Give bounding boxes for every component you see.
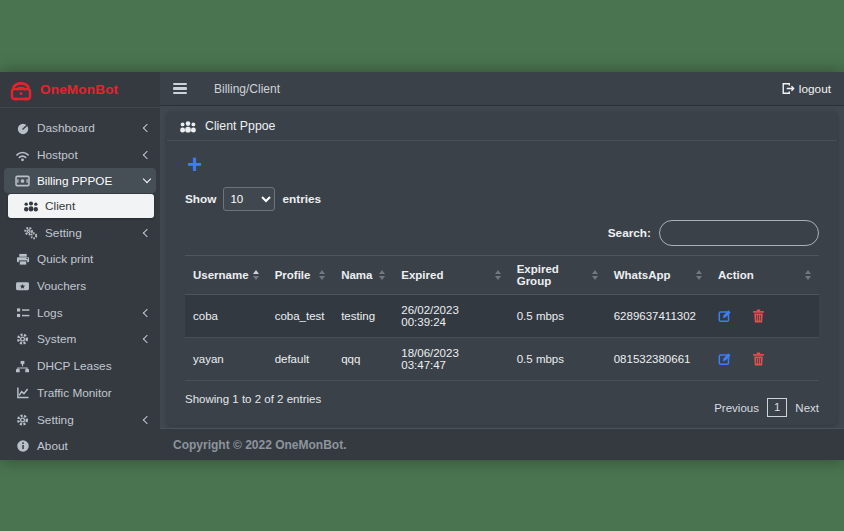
system-gear-icon [14, 332, 31, 347]
column-header-expired[interactable]: Expired [393, 256, 508, 295]
page-length-control: Show 10 entries [185, 187, 819, 211]
search-control: Search: [185, 220, 819, 246]
gears-icon [22, 225, 39, 240]
sidebar-item-logs[interactable]: Logs [0, 299, 160, 326]
top-navbar: Billing/Client logout [160, 72, 844, 106]
show-label: Show [185, 192, 216, 206]
trash-icon[interactable] [752, 309, 765, 323]
sidebar-item-setting[interactable]: Setting [0, 406, 160, 433]
sidebar-item-system[interactable]: System [0, 326, 160, 353]
wifi-icon [14, 148, 31, 163]
chevron-left-icon [143, 309, 151, 317]
main-area: Billing/Client logout Client Pppoe + [160, 72, 844, 460]
table-footer: Showing 1 to 2 of 2 entries Previous 1 N… [185, 393, 819, 417]
client-pppoe-card: Client Pppoe + Show 10 entries Search: [167, 112, 837, 425]
sidebar-item-label: Hostpot [37, 148, 78, 162]
desktop: { "brand": { "title": "OneMonBot" }, "na… [0, 0, 844, 531]
table-header-row: Username Profile Nama [185, 256, 819, 295]
edit-icon[interactable] [718, 309, 732, 323]
sidebar-item-label: Vouchers [37, 279, 86, 293]
previous-page-button[interactable]: Previous [714, 402, 759, 414]
billing-icon [14, 173, 31, 188]
logs-icon [14, 305, 31, 320]
add-client-button[interactable]: + [187, 153, 207, 175]
search-label: Search: [608, 226, 651, 240]
sort-icon [379, 270, 385, 280]
sort-icon [592, 270, 598, 280]
sidebar-item-billing-pppoe[interactable]: Billing PPPOE [4, 168, 156, 193]
column-header-profile[interactable]: Profile [267, 256, 334, 295]
printer-icon [14, 252, 31, 267]
sidebar: OneMonBot Dashboard Hostpot [0, 72, 160, 460]
column-header-username[interactable]: Username [185, 256, 267, 295]
users-icon [22, 199, 39, 214]
cell-expired-group: 0.5 mbps [509, 338, 606, 381]
hamburger-menu-icon[interactable] [173, 83, 187, 95]
table-row: yayan default qqq 18/06/2023 03:47:47 0.… [185, 338, 819, 381]
sidebar-item-label: Setting [37, 413, 74, 427]
sidebar-item-about[interactable]: About [0, 433, 160, 460]
sidebar-item-client[interactable]: Client [8, 194, 154, 218]
sidebar-item-label: DHCP Leases [37, 359, 112, 373]
onemonbot-logo-icon [9, 79, 33, 101]
table-info: Showing 1 to 2 of 2 entries [185, 393, 321, 405]
sort-icon [495, 270, 501, 280]
cell-profile: default [267, 338, 334, 381]
about-info-icon [14, 439, 31, 454]
cell-nama: testing [333, 295, 393, 338]
search-input[interactable] [659, 220, 819, 246]
dhcp-leases-icon [14, 359, 31, 374]
chevron-down-icon [143, 175, 151, 183]
sidebar-item-dashboard[interactable]: Dashboard [0, 115, 160, 142]
sidebar-item-vouchers[interactable]: Vouchers [0, 273, 160, 300]
column-header-nama[interactable]: Nama [333, 256, 393, 295]
app-window: OneMonBot Dashboard Hostpot [0, 72, 844, 460]
voucher-icon [14, 279, 31, 294]
sidebar-item-traffic-monitor[interactable]: Traffic Monitor [0, 380, 160, 407]
chevron-left-icon [143, 335, 151, 343]
logout-label: logout [799, 82, 831, 96]
cell-nama: qqq [333, 338, 393, 381]
column-header-expired-group[interactable]: Expired Group [509, 256, 606, 295]
tachometer-icon [14, 121, 31, 136]
sidebar-item-label: Logs [37, 306, 63, 320]
sort-asc-icon [253, 270, 259, 280]
breadcrumb: Billing/Client [214, 82, 280, 96]
sidebar-menu: Dashboard Hostpot Billing PPPOE [0, 108, 160, 460]
sidebar-item-quick-print[interactable]: Quick print [0, 246, 160, 273]
column-header-action[interactable]: Action [710, 256, 819, 295]
logout-icon [781, 82, 795, 95]
card-header: Client Pppoe [167, 112, 837, 141]
sidebar-item-label: Quick print [37, 252, 93, 266]
sidebar-item-dhcp-leases[interactable]: DHCP Leases [0, 353, 160, 380]
chevron-left-icon [143, 415, 151, 423]
app-footer: Copyright © 2022 OneMonBot. [160, 428, 844, 460]
cell-expired-group: 0.5 mbps [509, 295, 606, 338]
sidebar-item-hostpot[interactable]: Hostpot [0, 142, 160, 169]
sidebar-item-label: About [37, 439, 68, 453]
users-icon [179, 120, 197, 133]
table-row: coba coba_test testing 26/02/2023 00:39:… [185, 295, 819, 338]
edit-icon[interactable] [718, 352, 732, 366]
brand-header[interactable]: OneMonBot [0, 72, 160, 108]
cell-whatsapp: 6289637411302 [606, 295, 710, 338]
next-page-button[interactable]: Next [795, 402, 819, 414]
page-length-select[interactable]: 10 [223, 187, 275, 211]
entries-label: entries [282, 192, 321, 206]
chevron-left-icon [143, 151, 151, 159]
sidebar-item-label: Setting [45, 226, 82, 240]
page-number-button[interactable]: 1 [767, 398, 787, 417]
column-header-whatsapp[interactable]: WhatsApp [606, 256, 710, 295]
card-title: Client Pppoe [205, 119, 275, 133]
card-body: + Show 10 entries Search: [167, 141, 837, 427]
sidebar-item-label: Client [45, 199, 75, 213]
client-table: Username Profile Nama [185, 255, 819, 381]
sidebar-item-billing-setting[interactable]: Setting [0, 219, 160, 246]
trash-icon[interactable] [752, 352, 765, 366]
sort-icon [805, 270, 811, 280]
cell-expired: 26/02/2023 00:39:24 [393, 295, 508, 338]
sidebar-item-label: Billing PPPOE [37, 174, 112, 188]
pagination: Previous 1 Next [714, 398, 819, 417]
cell-username: yayan [185, 338, 267, 381]
logout-button[interactable]: logout [781, 82, 831, 96]
